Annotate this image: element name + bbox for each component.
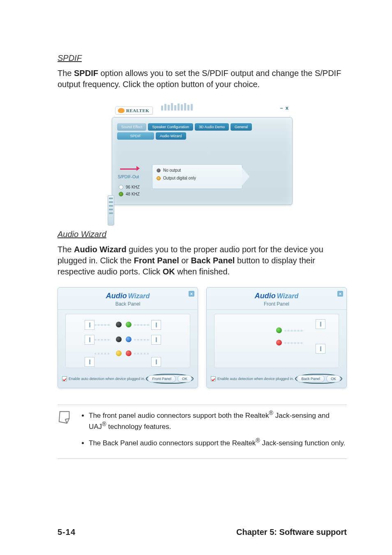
t: The — [58, 245, 74, 254]
jack-yellow[interactable] — [116, 350, 122, 356]
freq-48-row[interactable]: 48 KHZ — [119, 192, 140, 196]
jack-black[interactable] — [116, 336, 122, 342]
auto-detect-checkbox[interactable]: Enable auto detection when device plugge… — [62, 376, 145, 381]
crab-icon — [118, 108, 125, 113]
lead-icon — [95, 339, 111, 341]
freq-48-label: 48 KHZ — [126, 192, 140, 196]
tab-speaker-config[interactable]: Speaker Configuration — [148, 123, 193, 131]
t: The — [58, 69, 74, 78]
opt-digital-only[interactable]: Output digital only — [157, 176, 238, 180]
note-block: The front panel audio connectors support… — [58, 405, 347, 459]
audio-wizard-paragraph: The Audio Wizard guides you to the prope… — [58, 244, 347, 277]
t: Audio — [255, 292, 276, 300]
lead-icon — [95, 353, 111, 355]
plug-icon — [151, 335, 161, 345]
close-button[interactable]: x — [286, 105, 288, 111]
jack-green[interactable] — [126, 322, 131, 327]
auto-detect-checkbox[interactable]: Enable auto detection when device plugge… — [211, 376, 294, 381]
t: or — [179, 256, 191, 265]
t: The Back Panel audio connectors support … — [89, 439, 256, 447]
highlighted-buttons: Front Panel OK — [146, 374, 194, 384]
back-panel-button[interactable]: Back Panel — [297, 375, 325, 382]
checkbox-label: Enable auto detection when device plugge… — [69, 377, 145, 381]
radio-icon — [119, 185, 123, 189]
realtek-window: REALTEK – x Sound Effect Speaker Configu… — [112, 102, 293, 205]
t: Back Panel — [191, 256, 235, 265]
reg-mark: ® — [102, 421, 106, 427]
back-panel-diagram — [65, 314, 190, 368]
tab-audio-wizard[interactable]: Audio Wizard — [156, 132, 186, 140]
lead-icon — [284, 330, 304, 332]
lead-icon — [134, 324, 150, 326]
radio-icon — [157, 176, 161, 180]
wizard-back-panel: × AudioWizard Back Panel — [58, 287, 198, 388]
volume-rail-icon[interactable] — [108, 195, 114, 226]
tab-spdif[interactable]: SPDIF — [117, 132, 154, 140]
reg-mark: ® — [256, 437, 260, 444]
note-icon — [58, 410, 73, 426]
t: The front panel audio connectors support… — [89, 412, 269, 419]
note-item-1: The front panel audio connectors support… — [89, 409, 347, 432]
jack-black[interactable] — [116, 322, 122, 327]
highlighted-buttons: Back Panel OK — [295, 374, 342, 384]
jack-blue[interactable] — [126, 336, 131, 342]
lead-icon — [284, 342, 304, 344]
minimize-button[interactable]: – — [280, 105, 283, 111]
plug-icon — [85, 357, 95, 367]
checkbox-label: Enable auto detection when device plugge… — [217, 377, 294, 381]
realtek-logo: REALTEK — [115, 106, 153, 115]
page-number: 5-14 — [58, 527, 76, 537]
jack-red[interactable] — [126, 350, 131, 356]
tab-general[interactable]: General — [231, 123, 252, 131]
note-item-2: The Back Panel audio connectors support … — [89, 437, 347, 448]
freq-96-label: 96 KHZ — [126, 185, 140, 189]
wizard-title: AudioWizard — [58, 288, 198, 301]
spdif-bold: SPDIF — [74, 69, 98, 78]
t: option allows you to set the S/PDIF outp… — [58, 69, 341, 89]
plug-icon — [85, 320, 95, 330]
t: Wizard — [128, 292, 150, 299]
freq-96-row[interactable]: 96 KHZ — [119, 185, 140, 189]
close-icon[interactable]: × — [189, 291, 194, 297]
jack-red[interactable] — [276, 340, 282, 345]
wizard-subtitle-front: Front Panel — [207, 301, 346, 310]
t: Front Panel — [134, 256, 179, 265]
lead-icon — [95, 324, 111, 326]
front-panel-button[interactable]: Front Panel — [148, 375, 176, 382]
plug-icon — [151, 357, 161, 367]
spdif-paragraph: The SPDIF option allows you to set the S… — [58, 68, 347, 90]
radio-selected-icon — [157, 168, 161, 173]
jack-green[interactable] — [276, 327, 282, 333]
checkbox-icon — [211, 376, 216, 381]
wizard-subtitle-back: Back Panel — [58, 301, 198, 310]
reg-mark: ® — [269, 410, 273, 416]
checkbox-icon — [62, 376, 67, 381]
plug-icon — [316, 344, 325, 354]
lead-icon — [134, 339, 150, 341]
t: Jack-sensing function only. — [260, 439, 346, 447]
spdif-heading: SPDIF — [58, 53, 347, 63]
opt-no-output[interactable]: No output — [157, 168, 238, 173]
t: Audio — [106, 292, 127, 300]
equalizer-icon — [161, 103, 193, 111]
t: when finished. — [175, 267, 230, 276]
spdif-port-icon — [118, 164, 139, 173]
plug-icon — [85, 335, 95, 345]
wizard-front-panel: × AudioWizard Front Panel Enable auto de… — [206, 287, 347, 388]
realtek-brand: REALTEK — [126, 108, 149, 113]
ok-button[interactable]: OK — [326, 375, 341, 382]
t: OK — [163, 267, 175, 276]
radio-selected-icon — [119, 192, 123, 196]
t: Audio Wizard — [74, 245, 127, 254]
opt-digital-label: Output digital only — [163, 176, 196, 180]
tab-3d-audio[interactable]: 3D Audio Demo — [195, 123, 229, 131]
close-icon[interactable]: × — [337, 291, 343, 297]
ok-button[interactable]: OK — [178, 375, 192, 382]
audio-wizard-heading: Audio Wizard — [58, 230, 347, 239]
front-panel-diagram — [214, 314, 339, 368]
tab-sound-effect[interactable]: Sound Effect — [117, 123, 146, 131]
spdif-out-label: S/PDIF-Out — [117, 175, 140, 179]
wizard-title: AudioWizard — [207, 288, 346, 301]
spdif-options-panel: No output Output digital only — [152, 164, 242, 189]
t: technology features. — [106, 423, 171, 431]
